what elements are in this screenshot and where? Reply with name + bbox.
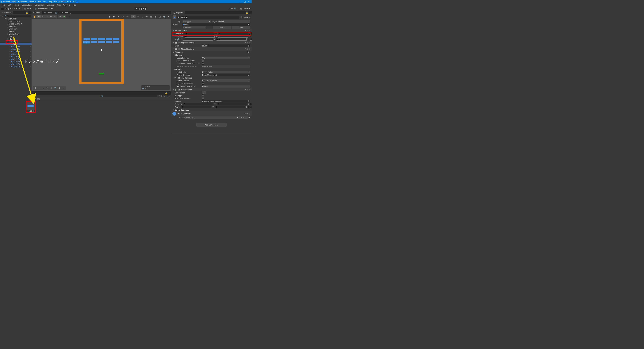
size-z-field[interactable]: [248, 106, 252, 108]
menu-services[interactable]: Services: [46, 4, 55, 6]
hierarchy-lock-icon[interactable]: 🔒: [26, 12, 28, 14]
rotation-x-field[interactable]: [184, 35, 215, 38]
component-menu-icon[interactable]: ⋮: [249, 113, 250, 115]
audio-icon[interactable]: ◯: [121, 15, 124, 18]
hierarchy-item[interactable]: ⬚Wall Left: [0, 25, 32, 28]
cast-shadows-dropdown[interactable]: On▾: [202, 57, 250, 59]
overrides-dropdown[interactable]: Overrides▾: [183, 26, 206, 29]
gameobject-active-toggle[interactable]: [178, 16, 180, 19]
hierarchy-block-item[interactable]: ▸◆Block (8)›: [0, 63, 32, 65]
visibility-icon[interactable]: 👁: [145, 15, 148, 18]
global-search-icon[interactable]: 🔍: [234, 8, 236, 10]
material-edit-button[interactable]: Edit...: [239, 116, 248, 119]
window-minimize-button[interactable]: —: [240, 1, 242, 3]
asset-store-tab[interactable]: 🛒Asset Store: [54, 11, 70, 15]
menu-jobs[interactable]: Jobs: [56, 4, 62, 6]
shader-dropdown[interactable]: Unlit/Color▾: [185, 116, 239, 119]
gizmos-dropdown-icon[interactable]: ▾: [167, 15, 170, 18]
hierarchy-block-item[interactable]: ▸◆Block (2)›: [0, 48, 32, 50]
gizmo-3-icon[interactable]: ▩: [154, 15, 157, 18]
transform-tool[interactable]: ✦: [53, 15, 57, 18]
help-icon[interactable]: ?: [245, 48, 246, 50]
provides-contacts-toggle[interactable]: [202, 97, 204, 100]
preset-icon[interactable]: ⇄: [246, 42, 248, 44]
static-toggle[interactable]: [240, 16, 242, 19]
static-shadow-toggle[interactable]: [202, 60, 204, 62]
tool-btn[interactable]: ✦: [62, 86, 66, 89]
is-trigger-toggle[interactable]: [202, 95, 204, 97]
inspector-lock-icon[interactable]: 🔒: [246, 12, 248, 14]
hierarchy-block-item[interactable]: ▸◆Block (3)›: [0, 50, 32, 53]
renderer-enabled-toggle[interactable]: [178, 48, 180, 50]
hierarchy-block-item[interactable]: ▸◆Block (1)›: [0, 45, 32, 48]
help-icon[interactable]: ?: [245, 89, 246, 91]
scene-search-overlay[interactable]: — Search 🔍 All: [141, 85, 170, 90]
scene-viewport[interactable]: ⊞ ≡ ⚹ ◯ ☀ 🔍 ▦ ✦ — Search 🔍 All: [32, 19, 172, 92]
hierarchy-block-item[interactable]: ▸◆Block (5)›: [0, 55, 32, 58]
prefab-asset-block[interactable]: ◆Block: [26, 102, 36, 112]
pivot-toggle[interactable]: ⦿: [58, 15, 62, 18]
meshrenderer-component-header[interactable]: ▼▦ Mesh Renderer ?⇄⋮: [172, 47, 252, 51]
materials-foldout[interactable]: Materials: [175, 51, 183, 53]
cart-icon[interactable]: 🛒: [34, 8, 37, 10]
component-menu-icon[interactable]: ⋮: [249, 30, 250, 32]
prefab-select-button[interactable]: Select: [213, 26, 231, 29]
filter-icon[interactable]: ⚲: [158, 95, 160, 97]
position-x-field[interactable]: [184, 32, 214, 35]
scene-root[interactable]: ▼◈MainScene⋮: [0, 18, 32, 20]
lighting-foldout[interactable]: Lighting: [175, 54, 182, 56]
size-y-field[interactable]: [215, 106, 245, 108]
account-label[interactable]: TA: [27, 8, 29, 10]
play-button[interactable]: ▶: [134, 7, 138, 11]
prefab-reference-field[interactable]: ◆ Block⦿: [182, 23, 250, 26]
menu-component[interactable]: Component: [33, 4, 46, 6]
scene-menu-icon[interactable]: ⋮: [70, 12, 72, 14]
menu-window[interactable]: Window: [62, 4, 71, 6]
tool-btn[interactable]: ⊞: [34, 86, 37, 89]
hierarchy-block-item[interactable]: ▸◆Block (7)›: [0, 60, 32, 63]
hierarchy-item[interactable]: ⬚Global Light 2D: [0, 23, 32, 25]
rotate-tool[interactable]: ↻: [41, 15, 44, 18]
gizmo-2-icon[interactable]: ▦: [149, 15, 153, 18]
center-z-field[interactable]: [250, 103, 252, 105]
project-breadcrumb[interactable]: Assets > Prefabs: [25, 97, 172, 100]
scale-tool[interactable]: ⤢: [45, 15, 49, 18]
account-icon[interactable]: ◉: [24, 8, 26, 10]
step-button[interactable]: ▶❚: [142, 7, 146, 11]
mesh-reference-field[interactable]: ▦ Cube⦿: [202, 45, 250, 47]
tool-btn[interactable]: ☀: [50, 86, 53, 89]
hierarchy-tab[interactable]: ≡Hierarchy: [0, 11, 13, 15]
edit-collider-button[interactable]: ⬚: [202, 91, 206, 94]
2d-toggle[interactable]: 2D: [131, 15, 136, 18]
dynamic-occlusion-toggle[interactable]: [202, 82, 204, 85]
anchor-override-field[interactable]: None (Transform)⦿: [202, 74, 250, 76]
layer-overrides-foldout[interactable]: Layer Overrides: [175, 109, 189, 111]
collider-enabled-toggle[interactable]: [178, 89, 180, 91]
center-x-field[interactable]: [183, 103, 213, 105]
scale-link-icon[interactable]: 🔗: [177, 38, 179, 41]
context-menu-icon[interactable]: ⋮: [29, 18, 31, 20]
add-component-button[interactable]: Add Component: [196, 123, 226, 127]
inspector-tab[interactable]: ⓘInspector: [172, 11, 185, 15]
size-x-field[interactable]: [181, 106, 211, 108]
star-icon[interactable]: ☆: [164, 95, 166, 97]
preset-icon[interactable]: ⇄: [246, 89, 248, 91]
settings-gear-icon[interactable]: ⚙: [51, 8, 53, 10]
hierarchy-blocks-parent[interactable]: ▼⬚Blocks: [0, 40, 32, 43]
grid-snap-icon[interactable]: ⫞: [68, 15, 71, 18]
tag-dropdown[interactable]: Untagged▾: [182, 20, 211, 23]
layers-icon[interactable]: ▤: [240, 8, 242, 10]
move-tool[interactable]: ✥: [37, 15, 40, 18]
scene-camera-icon[interactable]: ✎: [136, 15, 140, 18]
visibility-icon[interactable]: 👁: [161, 95, 163, 97]
camera-icon[interactable]: 📷: [162, 15, 166, 18]
scale-y-field[interactable]: [216, 38, 247, 41]
layout-dropdown[interactable]: Layout: [243, 8, 248, 10]
history-icon[interactable]: ↻: [231, 8, 233, 10]
gizmo-1-icon[interactable]: ⬙: [140, 15, 144, 18]
hierarchy-block-item[interactable]: ▸◆Block (4)›: [0, 53, 32, 55]
cloud-icon[interactable]: ☁: [228, 8, 230, 10]
menu-assets[interactable]: Assets: [12, 4, 20, 6]
tool-btn[interactable]: ⚹: [42, 86, 45, 89]
layer-dropdown[interactable]: Default▾: [218, 20, 250, 23]
